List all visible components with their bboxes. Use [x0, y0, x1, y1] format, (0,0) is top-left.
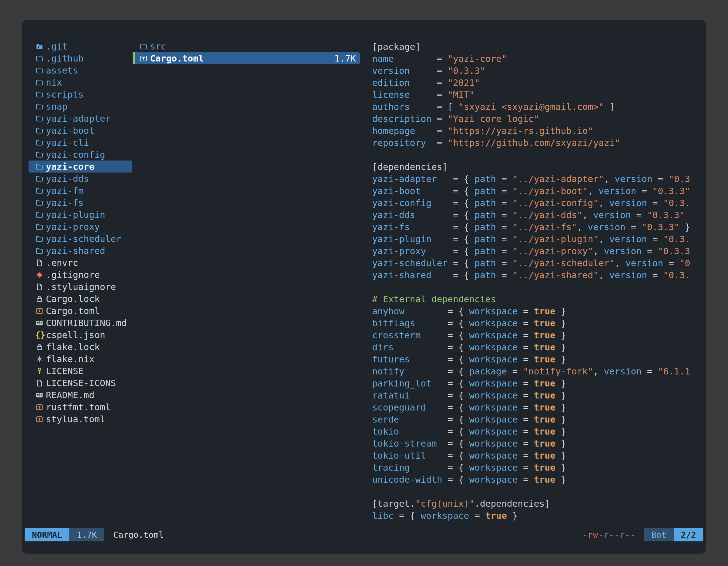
preview-line: scopeguard = { workspace = true }	[372, 401, 706, 414]
entry-name: .git	[46, 41, 67, 52]
preview-line: libc = { workspace = true }	[372, 510, 706, 522]
current-item-src[interactable]: src	[133, 40, 360, 52]
parent-item-.styluaignore[interactable]: .styluaignore	[29, 281, 132, 293]
folder-icon	[35, 114, 46, 123]
preview-line: version = "0.3.3"	[372, 65, 706, 77]
current-directory-pane: srcCargo.toml1.7K	[133, 40, 360, 526]
preview-line: serde = { workspace = true }	[372, 414, 706, 426]
preview-line: tokio-util = { workspace = true }	[372, 450, 706, 462]
json-braces-icon: {}	[35, 331, 46, 339]
preview-line: ratatui = { workspace = true }	[372, 389, 706, 401]
parent-item-.github[interactable]: .github	[29, 52, 132, 64]
parent-item-yazi-fm[interactable]: yazi-fm	[29, 185, 132, 197]
parent-item-README.md[interactable]: README.md	[29, 389, 132, 401]
folder-icon	[35, 151, 46, 159]
parent-item-yazi-boot[interactable]: yazi-boot	[29, 125, 132, 137]
entry-name: yazi-scheduler	[46, 234, 121, 244]
entry-name: stylua.toml	[46, 414, 105, 424]
file-size-indicator: 1.7K	[69, 528, 104, 541]
preview-line: name = "yazi-core"	[372, 53, 706, 65]
folder-icon	[35, 247, 46, 255]
markdown-icon	[35, 319, 46, 327]
folder-icon	[35, 139, 46, 147]
preview-line: yazi-shared = { path = "../yazi-shared",…	[372, 269, 706, 281]
entry-name: Cargo.toml	[46, 305, 100, 316]
preview-line: crossterm = { workspace = true }	[372, 329, 706, 341]
entry-name: LICENSE-ICONS	[46, 378, 116, 388]
parent-item-stylua.toml[interactable]: stylua.toml	[29, 413, 132, 425]
parent-item-yazi-adapter[interactable]: yazi-adapter	[29, 112, 132, 125]
entry-name: .envrc	[46, 258, 78, 268]
parent-item-cspell.json[interactable]: {}cspell.json	[29, 329, 132, 341]
folder-icon	[35, 54, 46, 63]
preview-line: notify = { package = "notify-fork", vers…	[372, 365, 706, 377]
parent-item-yazi-config[interactable]: yazi-config	[29, 149, 132, 161]
parent-item-Cargo.lock[interactable]: Cargo.lock	[29, 293, 132, 305]
parent-item-.gitignore[interactable]: .gitignore	[29, 269, 132, 281]
preview-line: tokio-stream = { workspace = true }	[372, 438, 706, 450]
folder-icon	[35, 66, 46, 75]
parent-item-rustfmt.toml[interactable]: rustfmt.toml	[29, 401, 132, 413]
folder-icon	[35, 235, 46, 243]
folder-icon	[35, 102, 46, 111]
entry-name: yazi-fm	[46, 186, 84, 196]
parent-item-scripts[interactable]: scripts	[29, 88, 132, 100]
parent-item-yazi-proxy[interactable]: yazi-proxy	[29, 221, 132, 233]
scroll-position-indicator: Bot	[644, 528, 674, 541]
git-folder-icon	[35, 42, 46, 51]
folder-icon	[139, 42, 150, 51]
entry-name: yazi-shared	[46, 246, 105, 256]
parent-item-flake.nix[interactable]: flake.nix	[29, 353, 132, 365]
folder-icon	[35, 199, 46, 207]
parent-item-yazi-fs[interactable]: yazi-fs	[29, 197, 132, 209]
current-item-Cargo.toml[interactable]: Cargo.toml1.7K	[133, 52, 360, 64]
markdown-icon	[35, 391, 46, 399]
preview-line: tracing = { workspace = true }	[372, 462, 706, 474]
parent-item-yazi-plugin[interactable]: yazi-plugin	[29, 209, 132, 221]
preview-line: futures = { workspace = true }	[372, 353, 706, 365]
parent-item-yazi-core[interactable]: yazi-core	[29, 161, 132, 173]
parent-item-yazi-cli[interactable]: yazi-cli	[29, 137, 132, 149]
preview-line: edition = "2021"	[372, 77, 706, 89]
entry-name: Cargo.toml	[150, 53, 204, 64]
nix-snowflake-icon	[35, 355, 46, 363]
file-counter: 2/2	[674, 528, 703, 541]
parent-item-CONTRIBUTING.md[interactable]: CONTRIBUTING.md	[29, 317, 132, 329]
entry-name: cspell.json	[46, 330, 105, 340]
parent-item-flake.lock[interactable]: flake.lock	[29, 341, 132, 353]
license-key-icon	[35, 367, 46, 375]
parent-item-yazi-shared[interactable]: yazi-shared	[29, 245, 132, 257]
entry-name: yazi-proxy	[46, 222, 100, 232]
toml-icon	[35, 307, 46, 315]
preview-line: yazi-config = { path = "../yazi-config",…	[372, 197, 706, 209]
entry-name: rustfmt.toml	[46, 402, 111, 412]
entry-name: flake.lock	[46, 342, 100, 352]
parent-item-yazi-scheduler[interactable]: yazi-scheduler	[29, 233, 132, 245]
parent-item-assets[interactable]: assets	[29, 64, 132, 76]
folder-icon	[35, 175, 46, 183]
entry-name: flake.nix	[46, 354, 94, 364]
parent-item-.envrc[interactable]: .envrc	[29, 257, 132, 269]
file-preview-pane[interactable]: [package]name = "yazi-core"version = "0.…	[372, 40, 706, 526]
entry-name: assets	[46, 65, 78, 76]
preview-line: repository = "https://github.com/sxyazi/…	[372, 137, 706, 149]
preview-line: yazi-proxy = { path = "../yazi-proxy", v…	[372, 245, 706, 257]
parent-item-yazi-dds[interactable]: yazi-dds	[29, 173, 132, 185]
parent-item-.git[interactable]: .git	[29, 40, 132, 52]
folder-icon	[35, 211, 46, 219]
entry-name: CONTRIBUTING.md	[46, 318, 127, 328]
lock-icon	[35, 295, 46, 303]
entry-name: yazi-boot	[46, 125, 94, 136]
entry-name: .styluaignore	[46, 282, 116, 292]
parent-item-snap[interactable]: snap	[29, 100, 132, 112]
preview-line: [target."cfg(unix)".dependencies]	[372, 498, 706, 510]
parent-item-nix[interactable]: nix	[29, 76, 132, 88]
parent-item-LICENSE-ICONS[interactable]: LICENSE-ICONS	[29, 377, 132, 389]
file-icon	[35, 259, 46, 267]
folder-icon	[35, 90, 46, 99]
mode-indicator: NORMAL	[25, 528, 69, 541]
parent-item-Cargo.toml[interactable]: Cargo.toml	[29, 305, 132, 317]
entry-name: yazi-config	[46, 149, 105, 160]
parent-item-LICENSE[interactable]: LICENSE	[29, 365, 132, 377]
entry-name: .github	[46, 53, 84, 64]
